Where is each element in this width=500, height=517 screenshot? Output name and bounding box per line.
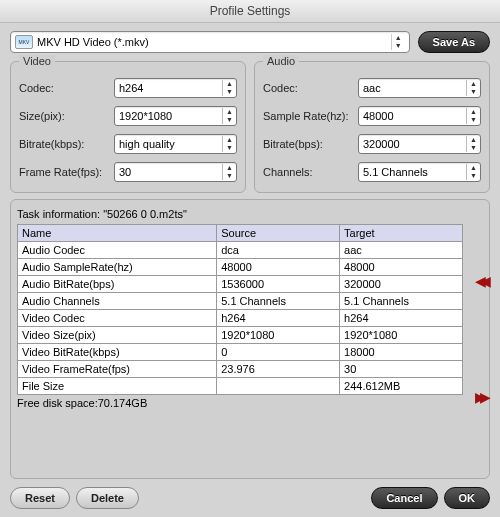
prev-task-icon[interactable]: ◀◀	[475, 273, 485, 289]
video-size-combo[interactable]: 1920*1080 ▲▼	[114, 106, 237, 126]
cell-source: 1536000	[217, 276, 340, 293]
audio-group: Audio Codec: aac ▲▼ Sample Rate(hz): 480…	[254, 61, 490, 193]
col-target: Target	[340, 225, 463, 242]
cell-target: 320000	[340, 276, 463, 293]
cell-name: Video Codec	[18, 310, 217, 327]
cell-source: dca	[217, 242, 340, 259]
audio-sr-combo[interactable]: 48000 ▲▼	[358, 106, 481, 126]
table-row: Audio Channels5.1 Channels5.1 Channels	[18, 293, 463, 310]
table-row: Audio Codecdcaaac	[18, 242, 463, 259]
task-table: Name Source Target Audio CodecdcaaacAudi…	[17, 224, 463, 395]
stepper-icon[interactable]: ▲▼	[222, 80, 236, 96]
task-info-label: Task information: "50266 0 0.m2ts"	[17, 208, 463, 220]
audio-ch-label: Channels:	[263, 166, 358, 178]
cell-name: Video FrameRate(fps)	[18, 361, 217, 378]
cell-target: h264	[340, 310, 463, 327]
video-codec-label: Codec:	[19, 82, 114, 94]
table-row: Video Codech264h264	[18, 310, 463, 327]
cell-name: Audio BitRate(bps)	[18, 276, 217, 293]
cell-target: 244.612MB	[340, 378, 463, 395]
cell-name: Video BitRate(kbps)	[18, 344, 217, 361]
cell-target: 48000	[340, 259, 463, 276]
video-size-value: 1920*1080	[119, 110, 218, 122]
video-codec-combo[interactable]: h264 ▲▼	[114, 78, 237, 98]
task-panel: Task information: "50266 0 0.m2ts" Name …	[10, 199, 490, 479]
video-group: Video Codec: h264 ▲▼ Size(pix): 1920*108…	[10, 61, 246, 193]
cell-source: 1920*1080	[217, 327, 340, 344]
delete-button[interactable]: Delete	[76, 487, 139, 509]
video-title: Video	[19, 55, 55, 67]
table-row: Audio SampleRate(hz)4800048000	[18, 259, 463, 276]
free-space-label: Free disk space:70.174GB	[17, 397, 463, 409]
profile-stepper-icon[interactable]: ▲▼	[391, 34, 405, 50]
audio-codec-combo[interactable]: aac ▲▼	[358, 78, 481, 98]
cell-name: Video Size(pix)	[18, 327, 217, 344]
cell-source: 5.1 Channels	[217, 293, 340, 310]
stepper-icon[interactable]: ▲▼	[466, 164, 480, 180]
table-row: Video Size(pix)1920*10801920*1080	[18, 327, 463, 344]
cell-target: 1920*1080	[340, 327, 463, 344]
stepper-icon[interactable]: ▲▼	[466, 108, 480, 124]
cell-target: 5.1 Channels	[340, 293, 463, 310]
cell-source: 48000	[217, 259, 340, 276]
table-row: File Size244.612MB	[18, 378, 463, 395]
save-as-button[interactable]: Save As	[418, 31, 490, 53]
video-fps-value: 30	[119, 166, 218, 178]
cell-name: Audio Channels	[18, 293, 217, 310]
video-codec-value: h264	[119, 82, 218, 94]
cell-source	[217, 378, 340, 395]
video-bitrate-value: high quality	[119, 138, 218, 150]
reset-button[interactable]: Reset	[10, 487, 70, 509]
cancel-button[interactable]: Cancel	[371, 487, 437, 509]
audio-title: Audio	[263, 55, 299, 67]
col-source: Source	[217, 225, 340, 242]
stepper-icon[interactable]: ▲▼	[466, 80, 480, 96]
cell-target: 30	[340, 361, 463, 378]
table-row: Video FrameRate(fps)23.97630	[18, 361, 463, 378]
audio-ch-combo[interactable]: 5.1 Channels ▲▼	[358, 162, 481, 182]
video-fps-combo[interactable]: 30 ▲▼	[114, 162, 237, 182]
cell-target: 18000	[340, 344, 463, 361]
mkv-thumb-icon: MKV	[15, 35, 33, 49]
col-name: Name	[18, 225, 217, 242]
cell-source: 0	[217, 344, 340, 361]
window-title: Profile Settings	[0, 0, 500, 23]
audio-sr-label: Sample Rate(hz):	[263, 110, 358, 122]
stepper-icon[interactable]: ▲▼	[466, 136, 480, 152]
table-row: Audio BitRate(bps)1536000320000	[18, 276, 463, 293]
cell-name: Audio Codec	[18, 242, 217, 259]
cell-target: aac	[340, 242, 463, 259]
cell-source: 23.976	[217, 361, 340, 378]
cell-name: Audio SampleRate(hz)	[18, 259, 217, 276]
audio-bitrate-label: Bitrate(bps):	[263, 138, 358, 150]
audio-sr-value: 48000	[363, 110, 462, 122]
next-task-icon[interactable]: ▶▶	[475, 389, 485, 405]
ok-button[interactable]: OK	[444, 487, 491, 509]
audio-codec-value: aac	[363, 82, 462, 94]
audio-ch-value: 5.1 Channels	[363, 166, 462, 178]
stepper-icon[interactable]: ▲▼	[222, 108, 236, 124]
video-bitrate-label: Bitrate(kbps):	[19, 138, 114, 150]
stepper-icon[interactable]: ▲▼	[222, 136, 236, 152]
cell-source: h264	[217, 310, 340, 327]
audio-bitrate-value: 320000	[363, 138, 462, 150]
audio-codec-label: Codec:	[263, 82, 358, 94]
audio-bitrate-combo[interactable]: 320000 ▲▼	[358, 134, 481, 154]
cell-name: File Size	[18, 378, 217, 395]
video-size-label: Size(pix):	[19, 110, 114, 122]
profile-select[interactable]: MKV MKV HD Video (*.mkv) ▲▼	[10, 31, 410, 53]
video-bitrate-combo[interactable]: high quality ▲▼	[114, 134, 237, 154]
stepper-icon[interactable]: ▲▼	[222, 164, 236, 180]
video-fps-label: Frame Rate(fps):	[19, 166, 114, 178]
profile-label: MKV HD Video (*.mkv)	[37, 36, 387, 48]
table-row: Video BitRate(kbps)018000	[18, 344, 463, 361]
